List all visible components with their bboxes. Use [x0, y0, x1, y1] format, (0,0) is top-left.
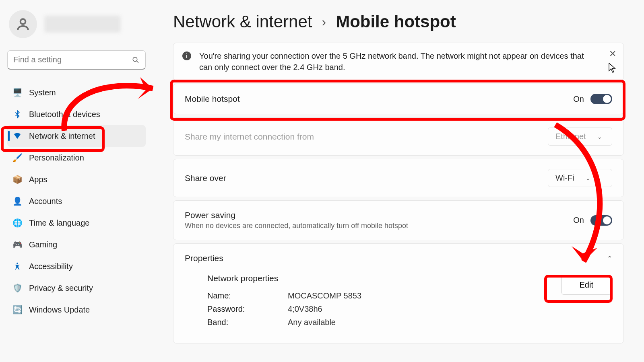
nav-gaming-icon: 🎮: [13, 240, 22, 249]
hotspot-row: Mobile hotspot On: [173, 84, 624, 114]
nav-personalization-icon: 🖌️: [13, 153, 22, 162]
info-banner: i You're sharing your connection over th…: [173, 43, 624, 80]
nav-system-label: System: [29, 88, 56, 97]
prop-name-key: Name:: [207, 291, 288, 300]
person-icon: [15, 16, 31, 32]
share-over-dropdown[interactable]: Wi-Fi ⌄: [548, 169, 612, 187]
search-icon: [132, 56, 139, 64]
svg-text:i: i: [186, 53, 188, 59]
chevron-up-icon[interactable]: ⌃: [607, 255, 612, 262]
prop-band-value: Any available: [288, 318, 336, 327]
nav-system-icon: 🖥️: [13, 88, 22, 97]
nav-apps-label: Apps: [29, 175, 47, 184]
prop-pass-key: Password:: [207, 304, 288, 314]
nav-update-icon: 🔄: [13, 305, 22, 314]
nav-time-language-label: Time & language: [29, 218, 89, 228]
nav-accounts-label: Accounts: [29, 197, 62, 206]
breadcrumb-leaf: Mobile hotspot: [336, 12, 456, 31]
share-from-dropdown[interactable]: Ethernet ⌄: [548, 128, 612, 146]
nav-apps[interactable]: 📦Apps: [7, 169, 146, 190]
nav-privacy[interactable]: 🛡️Privacy & security: [7, 277, 146, 299]
nav-network-label: Network & internet: [29, 132, 95, 141]
nav-bluetooth-icon: [13, 110, 22, 119]
nav-apps-icon: 📦: [13, 175, 22, 184]
close-icon[interactable]: ✕: [609, 49, 616, 59]
nav-bluetooth[interactable]: Bluetooth & devices: [7, 103, 146, 125]
search-box[interactable]: [7, 50, 146, 70]
nav-update[interactable]: 🔄Windows Update: [7, 299, 146, 321]
avatar[interactable]: [9, 10, 37, 38]
prop-band-key: Band:: [207, 318, 288, 327]
nav-accounts[interactable]: 👤Accounts: [7, 190, 146, 212]
share-over-row: Share over Wi-Fi ⌄: [173, 159, 624, 197]
nav-gaming-label: Gaming: [29, 240, 57, 249]
nav-update-label: Windows Update: [29, 305, 90, 315]
info-icon: i: [182, 51, 191, 60]
nav-network[interactable]: Network & internet: [7, 125, 146, 147]
chevron-down-icon: ⌄: [597, 134, 602, 140]
hotspot-label: Mobile hotspot: [185, 94, 573, 104]
prop-name-value: MOCASCOMP 5853: [288, 291, 361, 300]
nav-privacy-label: Privacy & security: [29, 284, 93, 293]
nav-accounts-icon: 👤: [13, 197, 22, 206]
share-over-label: Share over: [185, 173, 548, 183]
search-input[interactable]: [7, 50, 146, 70]
network-properties-title: Network properties: [207, 274, 612, 283]
user-name-redacted: [44, 16, 121, 33]
power-toggle[interactable]: [590, 215, 612, 226]
chevron-down-icon: ⌄: [586, 175, 590, 181]
info-text: You're sharing your connection over the …: [199, 50, 594, 73]
nav-network-icon: [13, 132, 22, 140]
svg-point-3: [17, 263, 18, 264]
nav-privacy-icon: 🛡️: [13, 284, 22, 292]
nav-accessibility[interactable]: Accessibility: [7, 255, 146, 277]
svg-point-1: [133, 57, 137, 62]
nav-personalization[interactable]: 🖌️Personalization: [7, 147, 146, 169]
svg-point-0: [21, 19, 26, 24]
nav-personalization-label: Personalization: [29, 153, 84, 162]
share-from-value: Ethernet: [555, 132, 586, 141]
main-content: Network & internet › Mobile hotspot i Yo…: [153, 0, 644, 347]
nav-list: 🖥️SystemBluetooth & devicesNetwork & int…: [7, 82, 146, 321]
chevron-right-icon: ›: [322, 14, 326, 29]
nav-time-language-icon: 🌐: [13, 218, 22, 227]
nav-time-language[interactable]: 🌐Time & language: [7, 212, 146, 234]
power-saving-row: Power saving When no devices are connect…: [173, 200, 624, 240]
prop-pass-value: 4;0V38h6: [288, 304, 322, 314]
cursor-icon: [609, 63, 616, 73]
breadcrumb: Network & internet › Mobile hotspot: [173, 12, 624, 31]
nav-accessibility-label: Accessibility: [29, 262, 73, 271]
share-from-row: Share my internet connection from Ethern…: [173, 117, 624, 156]
hotspot-toggle[interactable]: [590, 94, 612, 104]
power-saving-sub: When no devices are connected, automatic…: [185, 222, 573, 230]
hotspot-state: On: [573, 95, 584, 104]
edit-button[interactable]: Edit: [561, 275, 611, 295]
power-saving-label: Power saving When no devices are connect…: [185, 210, 573, 230]
share-over-value: Wi-Fi: [555, 173, 574, 183]
user-row: [7, 10, 146, 38]
nav-gaming[interactable]: 🎮Gaming: [7, 234, 146, 255]
nav-system[interactable]: 🖥️System: [7, 82, 146, 103]
properties-card: Properties ⌃ Edit Network properties Nam…: [173, 243, 624, 343]
svg-line-2: [136, 61, 138, 63]
power-state: On: [573, 216, 584, 225]
nav-accessibility-icon: [13, 262, 22, 271]
properties-title: Properties: [185, 253, 223, 263]
share-from-label: Share my internet connection from: [185, 132, 548, 142]
sidebar: 🖥️SystemBluetooth & devicesNetwork & int…: [0, 0, 153, 362]
breadcrumb-parent[interactable]: Network & internet: [173, 12, 312, 31]
nav-bluetooth-label: Bluetooth & devices: [29, 110, 100, 119]
